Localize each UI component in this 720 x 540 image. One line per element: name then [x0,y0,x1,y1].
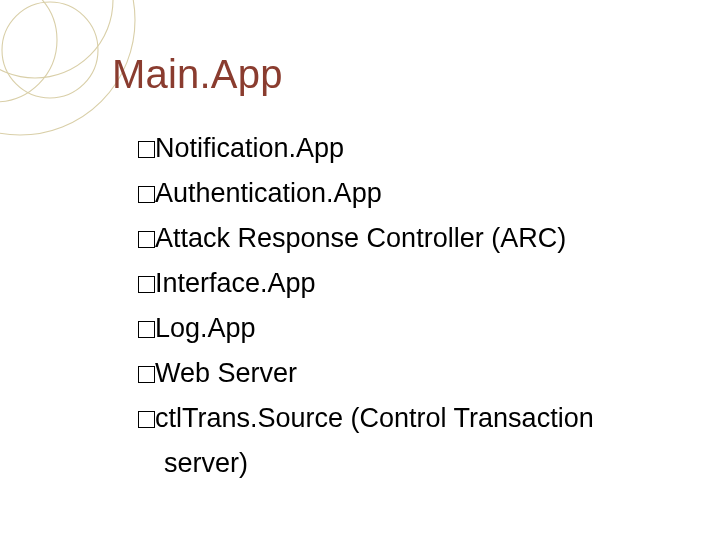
list-item-label: Log.App [155,313,256,343]
list-item-continuation: server) [138,441,678,486]
list-item: Log.App [138,306,678,351]
page-title: Main.App [112,52,283,97]
svg-point-1 [0,0,113,78]
bullet-box-icon [138,321,155,338]
list-item-label: Authentication.App [155,178,382,208]
svg-point-3 [2,2,98,98]
list-item: Notification.App [138,126,678,171]
list-item-label: Web Server [155,358,297,388]
list-item-label: ctlTrans.Source (Control Transaction [155,403,594,433]
bullet-box-icon [138,141,155,158]
list-item-label: Attack Response Controller (ARC) [155,223,566,253]
list-item-label: Interface.App [155,268,316,298]
list-item: ctlTrans.Source (Control Transaction [138,396,678,441]
list-item: Interface.App [138,261,678,306]
list-item-label: Notification.App [155,133,344,163]
bullet-box-icon [138,186,155,203]
bullet-list: Notification.App Authentication.App Atta… [138,126,678,486]
bullet-box-icon [138,411,155,428]
list-item: Web Server [138,351,678,396]
list-item: Attack Response Controller (ARC) [138,216,678,261]
list-item: Authentication.App [138,171,678,216]
bullet-box-icon [138,276,155,293]
svg-point-2 [0,0,57,102]
bullet-box-icon [138,231,155,248]
bullet-box-icon [138,366,155,383]
